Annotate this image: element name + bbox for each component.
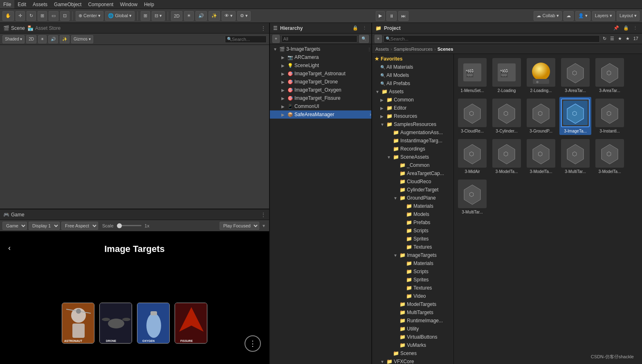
asset-3-cylinder[interactable]: ⬡ 3-Cylinder... [491,97,523,135]
tree-common[interactable]: ▶ 📁 Common [372,96,453,104]
menu-help[interactable]: Help [141,0,157,9]
project-star-btn[interactable]: ★ [617,36,623,42]
tree-multitargets[interactable]: 📁 MultiTargets [372,308,453,317]
asset-3-areatar-1[interactable]: ⬡ 3-AreaTar... [559,56,591,94]
step-btn[interactable]: ⏭ [398,11,409,21]
grid-btn[interactable]: ⊞ [141,11,150,21]
scene-gizmos-btn[interactable]: Gizmos ▾ [71,35,93,43]
fav-item-prefabs[interactable]: 🔍 All Prefabs [372,79,453,88]
menu-component[interactable]: Component [85,0,117,9]
tree-gp-prefabs[interactable]: 📁 Prefabs [372,218,453,227]
tree-augmentation[interactable]: 📁 AugmentationAss... [372,128,453,137]
game-back-btn[interactable]: ‹ [8,244,11,252]
tree-sceneassets[interactable]: ▼ 📁 SceneAssets [372,153,453,161]
tree-resources[interactable]: ▶ 📁 Resources [372,112,453,120]
game-tab[interactable]: 🎮 Game [3,212,25,218]
game-context-menu-btn[interactable]: ⋮ [245,335,261,352]
project-pin-btn[interactable]: 📌 [612,25,620,31]
asset-3-midair[interactable]: ⬡ 3-MidAir [456,137,488,175]
tree-gp-scripts[interactable]: 📁 Scripts [372,227,453,235]
hierarchy-lock-btn[interactable]: 🔒 [351,25,359,31]
2d-btn[interactable]: 2D [171,11,182,21]
fx-btn[interactable]: ✨ [209,11,220,21]
lighting-scene-btn[interactable]: ☀ [38,35,47,43]
scene-vis-btn[interactable]: 👁 ▾ [222,11,236,21]
tree-samplesresources[interactable]: ▼ 📁 SamplesResources [372,120,453,128]
hierarchy-search-input[interactable] [281,35,357,43]
aspect-select[interactable]: Free Aspect [61,222,98,230]
asset-3-cloudreco[interactable]: ⬡ 3-CloudRe... [456,97,488,135]
fav-item-models[interactable]: 🔍 All Models [372,71,453,79]
asset-3-instantl[interactable]: ⬡ 3-Instantl... [594,97,626,135]
pause-btn[interactable]: ⏸ [386,11,397,21]
fav-item-materials[interactable]: 🔍 All Materials [372,63,453,71]
asset-3-modeltar-3[interactable]: ⬡ 3-ModelTa... [594,137,626,175]
breadcrumb-assets[interactable]: Assets [375,47,389,52]
project-more-btn[interactable]: ⋮ [632,25,639,31]
tree-it-textures[interactable]: 📁 Textures [372,284,453,292]
project-add-btn[interactable]: + [375,35,382,43]
gizmos-btn[interactable]: ⚙ ▾ [237,11,251,21]
game-label-select[interactable]: Game [2,222,27,230]
transform-tool-btn[interactable]: ⊡ [60,11,70,21]
asset-store-tab[interactable]: 🏪 Asset Store [27,25,61,31]
menu-edit[interactable]: Edit [14,0,29,9]
rect-tool-btn[interactable]: ▭ [49,11,58,21]
scene-tab[interactable]: 🎬 Scene [3,25,25,31]
game-card-oxygen[interactable]: OXYGEN [137,303,170,344]
audio-btn[interactable]: 🔊 [195,11,207,21]
tree-cloudreco[interactable]: 📁 CloudReco [372,178,453,186]
tree-vumarks[interactable]: 📁 VuMarks [372,341,453,349]
hand-tool-btn[interactable]: ✋ [2,11,14,21]
scale-tool-btn[interactable]: ⊞ [38,11,47,21]
tree-utility[interactable]: 📁 Utility [372,325,453,333]
favorites-header[interactable]: ★ Favorites [372,55,453,63]
hierarchy-item-fissure[interactable]: ▶ 🎯 ImageTarget_Fissure [270,94,371,102]
tree-runtimeimage[interactable]: 📁 RuntimeImage... [372,317,453,325]
project-refresh-btn[interactable]: ↻ [602,36,608,42]
project-fav-btn[interactable]: ★ [624,36,631,42]
services-btn[interactable]: ☁ [563,11,574,21]
snap-btn[interactable]: ⊟ ▾ [152,11,165,21]
asset-3-areatar-2[interactable]: ⬡ 3-AreaTar... [594,56,626,94]
tree-scenes[interactable]: 📁 Scenes [372,349,453,357]
tree-virtualbuttons[interactable]: 📁 VirtualButtons [372,333,453,341]
tree-gp-textures[interactable]: 📁 Textures [372,243,453,251]
hierarchy-item-commonui[interactable]: ▶ 📱 CommonUI [270,102,371,110]
global-btn[interactable]: 🌐 Global ▾ [105,11,135,21]
menu-gameobject[interactable]: GameObject [51,0,85,9]
hierarchy-root-item[interactable]: ▼ 🎬 3-ImageTargets ⋮ [270,45,371,53]
tree-editor[interactable]: ▶ 📁 Editor [372,104,453,112]
tree-gp-materials[interactable]: 📁 Materials [372,202,453,210]
project-filter-btn[interactable]: ☰ [609,36,615,42]
game-card-astronaut[interactable]: ASTRONAUT [62,303,94,344]
display-select[interactable]: Display 1 [29,222,60,230]
asset-3-modeltar-1[interactable]: ⬡ 3-ModelTa... [491,137,523,175]
shaded-btn[interactable]: Shaded ▾ [2,35,25,43]
tree-assets-root[interactable]: ▼ 📁 Assets [372,88,453,96]
move-tool-btn[interactable]: ✛ [16,11,25,21]
fx-scene-btn[interactable]: ✨ [60,35,70,43]
layout-btn[interactable]: Layout ▾ [617,11,640,21]
tree-_common[interactable]: 📁 _Common [372,161,453,169]
hierarchy-item-safeareamanager[interactable]: ▶ 📦 SafeAreaManager › [270,110,371,119]
game-menu-btn[interactable]: ▾ [261,223,267,229]
tree-recordings[interactable]: 📁 Recordings [372,145,453,153]
2d-mode-btn[interactable]: 2D [26,35,36,43]
asset-2-loading[interactable]: 🎬 2-Loading [491,56,523,94]
menu-window[interactable]: Window [117,0,141,9]
audio-scene-btn[interactable]: 🔊 [48,35,58,43]
asset-3-multitar-1[interactable]: ⬡ 3-MultiTar... [559,137,591,175]
game-card-drone[interactable]: DRONE [99,303,132,344]
tree-groundplane[interactable]: ▼ 📁 GroundPlane [372,194,453,202]
breadcrumb-scenes[interactable]: Scenes [438,47,453,52]
menu-assets[interactable]: Assets [29,0,51,9]
scene-more-btn[interactable]: ⋮ [261,25,266,31]
tree-instant[interactable]: 📁 InstantImageTarg... [372,137,453,145]
layers-btn[interactable]: Layers ▾ [592,11,615,21]
collab-btn[interactable]: ☁ Collab ▾ [534,11,561,21]
hierarchy-item-drone[interactable]: ▶ 🎯 ImageTarget_Drone [270,78,371,86]
play-btn[interactable]: ▶ [376,11,385,21]
hierarchy-add-btn[interactable]: + [272,35,280,43]
tree-modeltargets[interactable]: 📁 ModelTargets [372,300,453,308]
